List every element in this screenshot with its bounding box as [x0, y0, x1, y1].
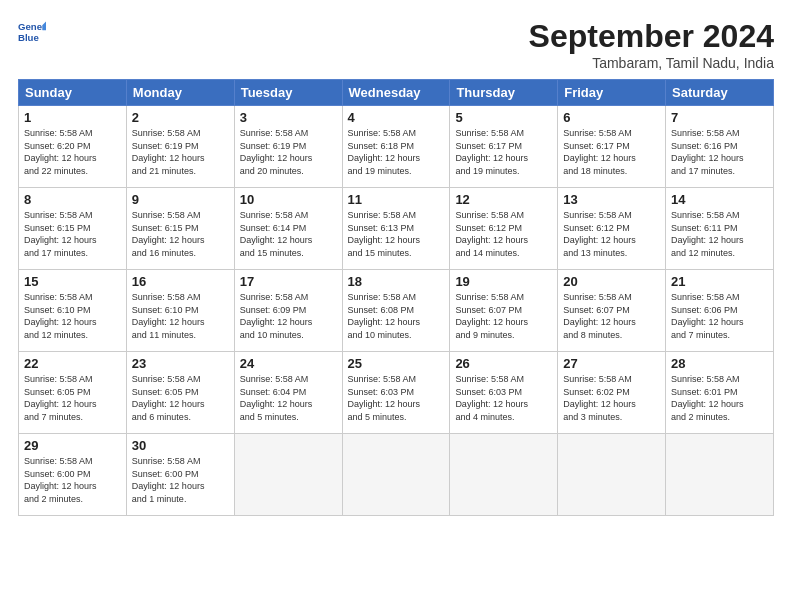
- table-row: 10Sunrise: 5:58 AMSunset: 6:14 PMDayligh…: [234, 188, 342, 270]
- table-row: 14Sunrise: 5:58 AMSunset: 6:11 PMDayligh…: [666, 188, 774, 270]
- table-row: 22Sunrise: 5:58 AMSunset: 6:05 PMDayligh…: [19, 352, 127, 434]
- calendar-table: Sunday Monday Tuesday Wednesday Thursday…: [18, 79, 774, 516]
- table-row: 5Sunrise: 5:58 AMSunset: 6:17 PMDaylight…: [450, 106, 558, 188]
- logo: General Blue: [18, 18, 46, 46]
- col-friday: Friday: [558, 80, 666, 106]
- table-row: 7Sunrise: 5:58 AMSunset: 6:16 PMDaylight…: [666, 106, 774, 188]
- table-row: 29Sunrise: 5:58 AMSunset: 6:00 PMDayligh…: [19, 434, 127, 516]
- table-row: 25Sunrise: 5:58 AMSunset: 6:03 PMDayligh…: [342, 352, 450, 434]
- table-row: 2Sunrise: 5:58 AMSunset: 6:19 PMDaylight…: [126, 106, 234, 188]
- table-row: 13Sunrise: 5:58 AMSunset: 6:12 PMDayligh…: [558, 188, 666, 270]
- table-row: 20Sunrise: 5:58 AMSunset: 6:07 PMDayligh…: [558, 270, 666, 352]
- table-row: 21Sunrise: 5:58 AMSunset: 6:06 PMDayligh…: [666, 270, 774, 352]
- table-row: 6Sunrise: 5:58 AMSunset: 6:17 PMDaylight…: [558, 106, 666, 188]
- header: General Blue September 2024 Tambaram, Ta…: [18, 18, 774, 71]
- table-row: [450, 434, 558, 516]
- table-row: 19Sunrise: 5:58 AMSunset: 6:07 PMDayligh…: [450, 270, 558, 352]
- table-row: 18Sunrise: 5:58 AMSunset: 6:08 PMDayligh…: [342, 270, 450, 352]
- table-row: 17Sunrise: 5:58 AMSunset: 6:09 PMDayligh…: [234, 270, 342, 352]
- table-row: [558, 434, 666, 516]
- table-row: 1Sunrise: 5:58 AMSunset: 6:20 PMDaylight…: [19, 106, 127, 188]
- location: Tambaram, Tamil Nadu, India: [529, 55, 774, 71]
- table-row: [234, 434, 342, 516]
- logo-icon: General Blue: [18, 18, 46, 46]
- svg-text:General: General: [18, 21, 46, 32]
- table-row: 16Sunrise: 5:58 AMSunset: 6:10 PMDayligh…: [126, 270, 234, 352]
- title-block: September 2024 Tambaram, Tamil Nadu, Ind…: [529, 18, 774, 71]
- month-title: September 2024: [529, 18, 774, 55]
- col-sunday: Sunday: [19, 80, 127, 106]
- table-row: 30Sunrise: 5:58 AMSunset: 6:00 PMDayligh…: [126, 434, 234, 516]
- table-row: 9Sunrise: 5:58 AMSunset: 6:15 PMDaylight…: [126, 188, 234, 270]
- table-row: 26Sunrise: 5:58 AMSunset: 6:03 PMDayligh…: [450, 352, 558, 434]
- col-thursday: Thursday: [450, 80, 558, 106]
- col-saturday: Saturday: [666, 80, 774, 106]
- table-row: 12Sunrise: 5:58 AMSunset: 6:12 PMDayligh…: [450, 188, 558, 270]
- page: General Blue September 2024 Tambaram, Ta…: [0, 0, 792, 612]
- svg-text:Blue: Blue: [18, 32, 39, 43]
- table-row: 28Sunrise: 5:58 AMSunset: 6:01 PMDayligh…: [666, 352, 774, 434]
- table-row: 11Sunrise: 5:58 AMSunset: 6:13 PMDayligh…: [342, 188, 450, 270]
- table-row: [342, 434, 450, 516]
- table-row: 23Sunrise: 5:58 AMSunset: 6:05 PMDayligh…: [126, 352, 234, 434]
- col-monday: Monday: [126, 80, 234, 106]
- table-row: 15Sunrise: 5:58 AMSunset: 6:10 PMDayligh…: [19, 270, 127, 352]
- table-row: 4Sunrise: 5:58 AMSunset: 6:18 PMDaylight…: [342, 106, 450, 188]
- table-row: 27Sunrise: 5:58 AMSunset: 6:02 PMDayligh…: [558, 352, 666, 434]
- table-row: [666, 434, 774, 516]
- table-row: 3Sunrise: 5:58 AMSunset: 6:19 PMDaylight…: [234, 106, 342, 188]
- col-wednesday: Wednesday: [342, 80, 450, 106]
- col-tuesday: Tuesday: [234, 80, 342, 106]
- table-row: 24Sunrise: 5:58 AMSunset: 6:04 PMDayligh…: [234, 352, 342, 434]
- table-row: 8Sunrise: 5:58 AMSunset: 6:15 PMDaylight…: [19, 188, 127, 270]
